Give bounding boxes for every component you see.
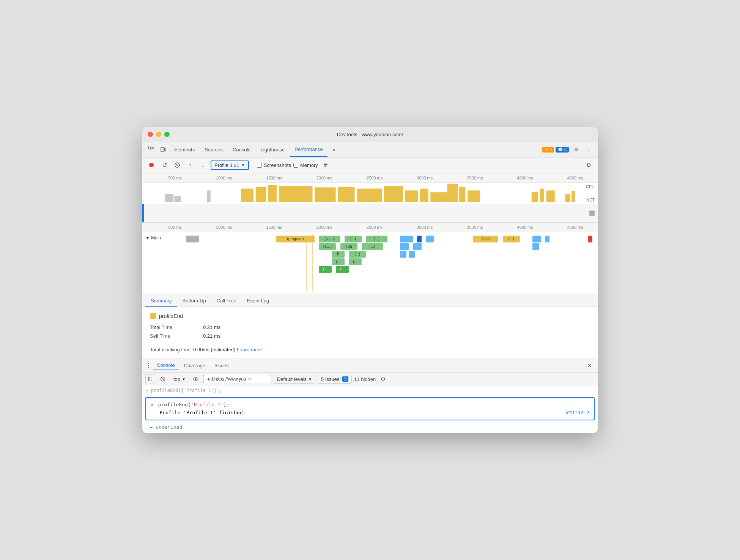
console-input-bar: top ▼ -url:https://www.you ✕ Default lev… xyxy=(142,373,598,386)
svg-line-7 xyxy=(176,164,178,166)
screenshots-checkbox[interactable]: Screenshots xyxy=(257,162,291,168)
console-code-line-1: > profileEnd('Profile 1'); xyxy=(151,401,589,409)
svg-rect-17 xyxy=(357,189,382,202)
devtools-window: DevTools - www.youtube.com/ Elements Sou… xyxy=(142,127,598,433)
svg-rect-15 xyxy=(315,187,336,202)
svg-point-5 xyxy=(149,163,154,167)
tab-call-tree[interactable]: Call Tree xyxy=(211,296,242,307)
svg-rect-4 xyxy=(164,148,166,151)
svg-rect-27 xyxy=(546,190,555,202)
summary-tabs: Summary Bottom-Up Call Tree Event Log xyxy=(142,293,598,307)
tab-elements[interactable]: Elements xyxy=(170,142,199,157)
console-prev-line: ▸ profileEnd({'Profile 1'}); xyxy=(142,386,598,395)
timeline-area: 500 ms 1000 ms 1500 ms 2000 ms 2500 ms 3… xyxy=(142,173,598,223)
console-filter-input[interactable]: -url:https://www.you ✕ xyxy=(203,375,271,383)
ruler-marks-top: 500 ms 1000 ms 1500 ms 2000 ms 2500 ms 3… xyxy=(145,176,595,180)
issues-badge[interactable]: 5 Issues: 5 xyxy=(318,375,352,384)
record-button[interactable] xyxy=(146,160,157,170)
tab-summary[interactable]: Summary xyxy=(145,296,177,307)
main-thread-label: ▼ Main xyxy=(145,235,161,241)
console-toolbar: ⋮ Console Coverage Issues ✕ xyxy=(142,359,598,373)
title-bar: DevTools - www.youtube.com/ xyxy=(142,127,598,142)
tab-lighthouse[interactable]: Lighthouse xyxy=(256,142,290,157)
warning-badge[interactable]: ⚠ 4 xyxy=(542,147,554,153)
hidden-count: 11 hidden xyxy=(354,376,376,382)
memory-checkbox[interactable]: Memory xyxy=(293,162,318,168)
console-tab-issues[interactable]: Issues xyxy=(211,361,233,370)
net-label: NET xyxy=(586,198,595,202)
chevron-down-icon: ▼ xyxy=(308,377,312,381)
tab-bottom-up[interactable]: Bottom-Up xyxy=(177,296,211,307)
svg-rect-26 xyxy=(540,189,544,202)
close-button[interactable] xyxy=(148,132,153,137)
upload-button[interactable]: ↑ xyxy=(185,160,195,170)
clear-button[interactable] xyxy=(172,160,183,170)
maximize-button[interactable] xyxy=(164,132,170,137)
tab-sources[interactable]: Sources xyxy=(200,142,227,157)
svg-rect-20 xyxy=(420,189,428,202)
learn-more-link[interactable]: Learn more xyxy=(237,347,262,352)
log-levels-dropdown[interactable]: Default levels ▼ xyxy=(274,375,315,384)
profile-select[interactable]: Profile 1 #1 ▼ xyxy=(211,160,249,170)
svg-rect-3 xyxy=(161,147,164,152)
more-options-icon[interactable]: ⋮ xyxy=(583,144,595,155)
sidebar-toggle-button[interactable] xyxy=(145,374,155,384)
tab-performance[interactable]: Performance xyxy=(290,142,327,157)
console-block-button[interactable] xyxy=(157,374,168,384)
right-icons: ⚠ 4 💬 5 ⚙ ⋮ xyxy=(542,144,595,155)
minimize-button[interactable] xyxy=(156,132,161,137)
settings-icon[interactable]: ⚙ xyxy=(570,144,582,155)
info-badge[interactable]: 💬 5 xyxy=(556,147,569,153)
delete-button[interactable]: 🗑 xyxy=(320,160,331,170)
tab-console[interactable]: Console xyxy=(228,142,255,157)
console-undefined: ← undefined xyxy=(142,423,598,433)
context-selector[interactable]: top ▼ xyxy=(170,375,189,383)
svg-rect-29 xyxy=(572,191,575,202)
svg-rect-12 xyxy=(256,187,266,202)
window-title: DevTools - www.youtube.com/ xyxy=(337,132,403,137)
svg-rect-8 xyxy=(165,194,173,202)
settings-perf-icon[interactable]: ⚙ xyxy=(583,160,594,170)
summary-content: profileEnd Total Time 0.21 ms Self Time … xyxy=(142,307,598,359)
chevron-down-icon: ▼ xyxy=(241,163,245,167)
devtools-tab-bar: Elements Sources Console Lighthouse Perf… xyxy=(142,142,598,157)
summary-title: profileEnd xyxy=(150,313,590,319)
tab-more[interactable]: » xyxy=(328,142,340,157)
vm-link[interactable]: VM3132:2 xyxy=(565,409,589,417)
summary-color-indicator xyxy=(150,313,156,319)
device-icon[interactable] xyxy=(157,144,169,155)
separator xyxy=(253,160,253,170)
main-ruler-marks: 500 ms 1000 ms 1500 ms 2000 ms 2500 ms 3… xyxy=(145,225,595,230)
svg-rect-14 xyxy=(279,186,313,202)
svg-rect-0 xyxy=(148,147,151,149)
total-time-row: Total Time 0.21 ms xyxy=(150,324,590,330)
console-more-icon[interactable]: ⋮ xyxy=(145,362,151,369)
console-panel: ⋮ Console Coverage Issues ✕ xyxy=(142,359,598,433)
reload-button[interactable]: ↺ xyxy=(159,160,170,170)
arrow-icon: ← xyxy=(150,425,153,430)
svg-rect-11 xyxy=(241,189,253,202)
console-settings-icon[interactable]: ⚙ xyxy=(378,374,388,384)
console-tab-coverage[interactable]: Coverage xyxy=(180,361,209,370)
tab-event-log[interactable]: Event Log xyxy=(242,296,275,307)
traffic-lights xyxy=(148,132,170,137)
download-button[interactable]: ↓ xyxy=(198,160,208,170)
console-close-button[interactable]: ✕ xyxy=(584,360,595,371)
svg-rect-9 xyxy=(174,196,181,202)
console-code-line-2: Profile 'Profile 1' finished. VM3132:2 xyxy=(151,409,589,417)
svg-rect-21 xyxy=(430,192,447,202)
svg-rect-18 xyxy=(384,186,403,202)
console-tab-console[interactable]: Console xyxy=(153,361,179,370)
main-thread-area: 500 ms 1000 ms 1500 ms 2000 ms 2500 ms 3… xyxy=(142,223,598,293)
svg-point-37 xyxy=(195,378,197,380)
svg-rect-23 xyxy=(459,187,466,202)
svg-rect-10 xyxy=(207,190,211,202)
svg-rect-22 xyxy=(447,184,458,202)
self-time-row: Self Time 0.21 ms xyxy=(150,333,590,339)
chevron-down-icon: ▼ xyxy=(182,377,186,381)
svg-line-35 xyxy=(161,378,164,381)
inspect-icon[interactable] xyxy=(145,144,157,155)
filter-clear-icon[interactable]: ✕ xyxy=(248,377,251,382)
eye-icon[interactable] xyxy=(191,374,201,384)
svg-rect-19 xyxy=(405,190,418,202)
